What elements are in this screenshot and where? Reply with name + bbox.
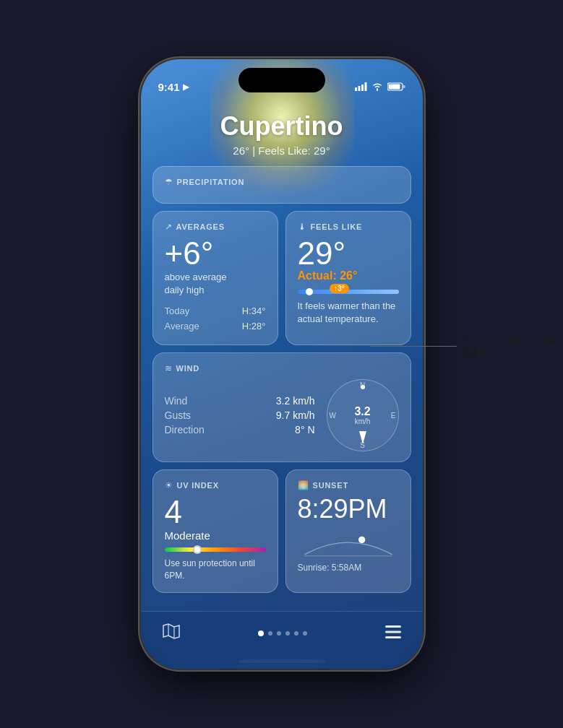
averages-big-value: +6° — [165, 238, 266, 269]
battery-icon — [387, 82, 405, 91]
svg-rect-1 — [358, 86, 360, 91]
uv-level: Moderate — [165, 529, 266, 542]
today-row: Today H:34° — [165, 304, 266, 319]
average-row: Average H:28° — [165, 319, 266, 334]
wind-speed-row: Wind 3.2 km/h — [165, 395, 315, 407]
averages-icon: ↗ — [165, 222, 172, 232]
status-time: 9:41 ▶ — [158, 81, 189, 93]
uv-number: 4 — [165, 496, 266, 528]
wind-gusts-label: Gusts — [165, 410, 192, 421]
feels-like-description: It feels warmer than the actual temperat… — [298, 300, 399, 326]
dot-5 — [294, 631, 298, 636]
feels-like-icon: 🌡 — [298, 222, 306, 232]
precipitation-card[interactable]: ☂ PRECIPITATION — [152, 166, 411, 204]
phone-frame: 9:41 ▶ — [141, 59, 423, 669]
wind-icon: ≋ — [165, 363, 172, 373]
city-name: Cupertino — [141, 111, 423, 142]
uv-subtext: Use sun protection until 6PM. — [165, 558, 266, 582]
signal-icon — [355, 82, 367, 91]
wind-card[interactable]: ≋ WIND Wind 3.2 km/h Gusts 9.7 km/h — [152, 352, 411, 462]
uv-icon: ☀ — [165, 480, 173, 490]
average-label: Average — [165, 319, 199, 334]
averages-card[interactable]: ↗ AVERAGES +6° above average daily high … — [152, 211, 278, 345]
temp-feels: 26° | Feels Like: 29° — [141, 144, 423, 157]
time-display: 9:41 — [158, 81, 180, 93]
compass-speed: 3.2 — [354, 405, 370, 417]
sunset-arc — [298, 528, 399, 560]
sunset-time: 8:29PM — [298, 496, 399, 522]
average-value: H:28° — [242, 319, 266, 334]
svg-rect-10 — [385, 630, 401, 633]
sunset-icon: 🌅 — [298, 480, 309, 490]
today-value: H:34° — [242, 304, 266, 319]
wind-gusts-row: Gusts 9.7 km/h — [165, 410, 315, 421]
dot-1 — [258, 630, 264, 636]
wind-rows: Wind 3.2 km/h Gusts 9.7 km/h Direction 8… — [165, 395, 315, 436]
today-label: Today — [165, 304, 190, 319]
sunset-header: 🌅 SUNSET — [298, 480, 399, 490]
sunset-card[interactable]: 🌅 SUNSET 8:29PM Sunrise: 5:58AM — [285, 469, 411, 593]
uv-header: ☀ UV INDEX — [165, 480, 266, 490]
list-icon[interactable] — [385, 624, 401, 643]
compass: N S E W 3.2 km/h — [327, 379, 399, 451]
uv-sunset-row: ☀ UV INDEX 4 Moderate Use sun protection… — [152, 469, 411, 593]
wind-direction-label: Direction — [165, 424, 205, 436]
wind-gusts-value: 9.7 km/h — [276, 410, 315, 421]
uv-label: UV INDEX — [177, 481, 219, 490]
compass-arrow — [359, 431, 366, 444]
location-icon: ▶ — [183, 82, 189, 92]
dynamic-island — [238, 68, 325, 92]
wind-header: ≋ WIND — [165, 363, 399, 373]
precipitation-icon: ☂ — [165, 177, 173, 187]
compass-dot-top — [361, 385, 365, 389]
precipitation-label: PRECIPITATION — [177, 178, 245, 186]
wind-direction-row: Direction 8° N — [165, 424, 315, 436]
feels-big-value: 29° — [298, 238, 399, 269]
status-icons — [355, 82, 405, 91]
actual-temp: Actual: 26° — [298, 269, 399, 282]
weather-header: Cupertino 26° | Feels Like: 29° — [141, 111, 423, 157]
compass-unit: km/h — [354, 417, 370, 425]
pagination-dots — [258, 630, 307, 636]
sunset-arc-svg — [298, 528, 399, 560]
wind-speed-value: 3.2 km/h — [276, 395, 315, 407]
gauge-marker — [306, 288, 313, 295]
sunrise-label: Sunrise: 5:58AM — [298, 563, 399, 573]
wind-card-inner: Wind 3.2 km/h Gusts 9.7 km/h Direction 8… — [165, 379, 399, 451]
dot-4 — [285, 631, 290, 636]
dot-2 — [268, 631, 272, 636]
feels-like-card[interactable]: 🌡 FEELS LIKE 29° Actual: 26° ↑3° It feel… — [285, 211, 411, 345]
uv-card[interactable]: ☀ UV INDEX 4 Moderate Use sun protection… — [152, 469, 278, 593]
svg-rect-5 — [388, 84, 400, 90]
compass-center: 3.2 km/h — [354, 405, 370, 425]
map-icon[interactable] — [163, 623, 180, 644]
svg-rect-9 — [385, 625, 401, 628]
averages-feelslike-row: ↗ AVERAGES +6° above average daily high … — [152, 211, 411, 345]
today-avg-table: Today H:34° Average H:28° — [165, 304, 266, 334]
wind-speed-label: Wind — [165, 395, 188, 407]
svg-point-7 — [358, 537, 365, 543]
uv-indicator — [193, 545, 202, 554]
bottom-bar — [141, 611, 423, 669]
gauge-bar: ↑3° — [298, 290, 399, 294]
uv-bar — [165, 547, 266, 552]
averages-label: AVERAGES — [176, 222, 225, 231]
dot-3 — [277, 631, 281, 636]
sunset-label: SUNSET — [313, 481, 348, 490]
svg-rect-2 — [361, 84, 364, 91]
feels-like-header: 🌡 FEELS LIKE — [298, 222, 399, 232]
averages-sub-text: above average daily high — [165, 271, 266, 297]
cards-container[interactable]: ☂ PRECIPITATION ↗ AVERAGES +6° above ave… — [152, 166, 411, 611]
compass-w-label: W — [330, 411, 336, 419]
svg-rect-3 — [364, 82, 366, 91]
wind-label-text: WIND — [176, 364, 200, 373]
compass-e-label: E — [391, 411, 396, 419]
dot-6 — [303, 631, 307, 636]
gauge-arrow: ↑3° — [330, 284, 349, 293]
wind-direction-value: 8° N — [295, 424, 314, 436]
svg-rect-0 — [355, 87, 357, 91]
feels-like-label: FEELS LIKE — [311, 222, 363, 231]
svg-rect-6 — [403, 85, 405, 88]
svg-rect-11 — [385, 636, 401, 638]
annotation-text: 轻点天气详细信息可查看更多信息。 — [463, 334, 564, 360]
